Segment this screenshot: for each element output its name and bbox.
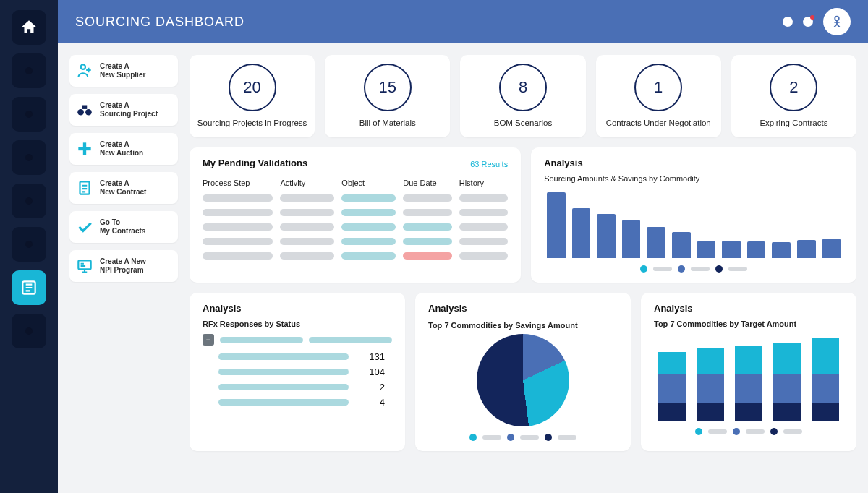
action-my-contracts[interactable]: Go ToMy Contracts <box>69 211 178 243</box>
nav-slot-2[interactable] <box>12 97 46 132</box>
bar <box>772 242 791 258</box>
stack-bar <box>812 338 839 421</box>
table-cell[interactable] <box>341 209 396 216</box>
binoculars-icon <box>75 100 94 119</box>
table-cell[interactable] <box>403 252 451 260</box>
rfx-list: 13110424 <box>203 351 392 408</box>
action-new-auction[interactable]: Create ANew Auction <box>69 133 178 165</box>
pager-dash[interactable] <box>728 267 747 271</box>
nav-slot-6[interactable] <box>12 314 46 348</box>
pager-dash[interactable] <box>746 429 765 434</box>
table-cell[interactable] <box>203 252 273 260</box>
kpi-bom-scenarios[interactable]: 8 BOM Scenarios <box>460 55 585 137</box>
table-cell[interactable] <box>203 194 273 202</box>
kpi-contracts-negotiation[interactable]: 1 Contracts Under Negotiation <box>596 55 721 137</box>
bar <box>797 240 816 258</box>
nav-slot-1[interactable] <box>12 53 46 88</box>
kpi-expiring-contracts[interactable]: 2 Expiring Contracts <box>731 55 856 137</box>
kpi-sourcing-projects[interactable]: 20 Sourcing Projects in Progress <box>190 55 315 137</box>
card-title: Analysis <box>654 303 843 314</box>
pager-dash[interactable] <box>708 429 727 434</box>
list-item[interactable]: 4 <box>218 397 392 408</box>
table-cell[interactable] <box>203 238 273 245</box>
table-cell[interactable] <box>280 223 334 231</box>
bar-chart <box>544 189 843 258</box>
col-activity: Activity <box>280 179 334 187</box>
pager-dot[interactable] <box>715 265 723 273</box>
action-new-npi[interactable]: Create A NewNPI Program <box>69 250 178 282</box>
list-item[interactable]: 2 <box>218 382 392 393</box>
pager-dash[interactable] <box>653 267 672 271</box>
stack-bar <box>697 348 724 421</box>
table-cell[interactable] <box>203 223 273 231</box>
list-item[interactable]: 131 <box>218 351 392 362</box>
table-cell[interactable] <box>341 238 396 245</box>
svg-rect-7 <box>78 147 90 150</box>
pager-dash[interactable] <box>520 435 539 440</box>
bar <box>747 241 766 258</box>
card-analysis-commodity: Analysis Sourcing Amounts & Savings by C… <box>531 147 856 283</box>
kpi-row: 20 Sourcing Projects in Progress 15 Bill… <box>190 55 856 137</box>
collapse-icon[interactable]: − <box>203 334 214 346</box>
table-cell[interactable] <box>341 194 396 202</box>
pager-dash[interactable] <box>783 429 802 434</box>
chart-pager <box>428 434 618 441</box>
table-cell[interactable] <box>403 223 451 231</box>
table-cell[interactable] <box>280 252 334 260</box>
chart-pager <box>544 265 843 273</box>
header-notifications[interactable] <box>803 17 813 27</box>
list-item[interactable]: 104 <box>218 366 392 377</box>
action-new-supplier[interactable]: Create ANew Supplier <box>69 55 178 87</box>
table-cell[interactable] <box>341 252 396 260</box>
table-cell[interactable] <box>459 238 508 245</box>
stack-bar <box>735 346 762 421</box>
nav-slot-4[interactable] <box>12 184 46 218</box>
results-count[interactable]: 63 Results <box>470 160 508 168</box>
stack-bar <box>773 343 801 421</box>
header-indicator-1[interactable] <box>783 17 793 27</box>
table-cell[interactable] <box>341 223 396 231</box>
card-subtitle: Sourcing Amounts & Savings by Commodity <box>544 174 843 183</box>
kpi-value: 20 <box>229 64 276 111</box>
pager-dash[interactable] <box>558 435 576 440</box>
pager-dot[interactable] <box>733 428 740 435</box>
table-cell[interactable] <box>280 238 334 245</box>
avatar[interactable] <box>823 8 851 35</box>
supplier-icon <box>75 61 94 80</box>
pager-dot[interactable] <box>640 265 647 273</box>
kpi-bom[interactable]: 15 Bill of Materials <box>325 55 450 137</box>
table-cell[interactable] <box>280 194 334 202</box>
table-cell[interactable] <box>459 209 508 216</box>
pager-dash[interactable] <box>482 435 501 440</box>
bar <box>697 241 716 258</box>
table-cell[interactable] <box>403 209 451 216</box>
action-new-contract[interactable]: Create ANew Contract <box>69 172 178 204</box>
table-cell[interactable] <box>403 238 451 245</box>
plus-icon <box>75 140 94 158</box>
pager-dot[interactable] <box>469 434 477 441</box>
pager-dot[interactable] <box>507 434 514 441</box>
table-cell[interactable] <box>203 209 273 216</box>
nav-home[interactable] <box>12 10 46 45</box>
nav-dashboard[interactable] <box>12 270 46 305</box>
nav-slot-3[interactable] <box>12 140 46 175</box>
bar <box>722 241 741 258</box>
nav-rail <box>0 0 58 493</box>
table-cell[interactable] <box>459 252 508 260</box>
col-due-date: Due Date <box>403 179 451 187</box>
action-label: Create ANew Contract <box>100 179 146 197</box>
pager-dot[interactable] <box>695 428 702 435</box>
card-rfx-responses: Analysis RFx Responses by Status − 13110… <box>190 293 405 451</box>
kpi-label: Expiring Contracts <box>760 119 827 127</box>
pager-dot[interactable] <box>770 428 778 435</box>
pager-dash[interactable] <box>691 267 710 271</box>
table-cell[interactable] <box>459 194 508 202</box>
pager-dot[interactable] <box>678 265 685 273</box>
table-cell[interactable] <box>280 209 334 216</box>
rfx-value: 4 <box>359 397 385 408</box>
table-cell[interactable] <box>403 194 451 202</box>
table-cell[interactable] <box>459 223 508 231</box>
action-new-sourcing-project[interactable]: Create ASourcing Project <box>69 94 178 126</box>
nav-slot-5[interactable] <box>12 227 46 262</box>
pager-dot[interactable] <box>545 434 552 441</box>
